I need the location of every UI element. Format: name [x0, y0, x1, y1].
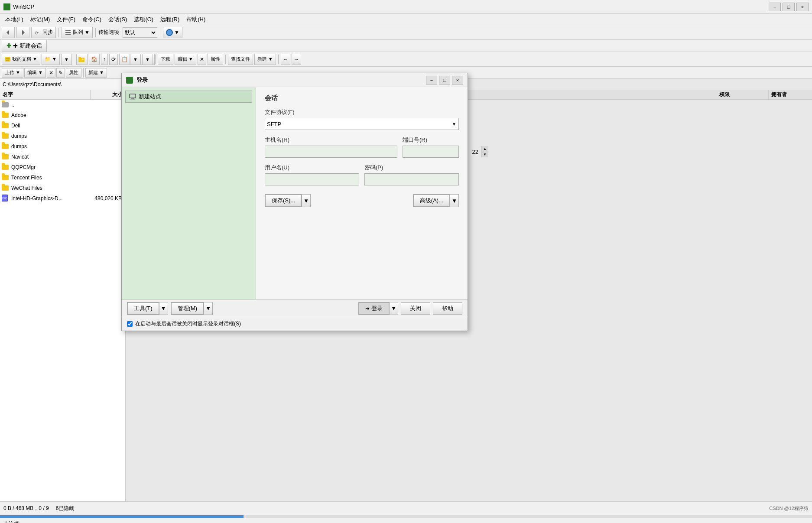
- protocol-select-wrapper: SFTP FTP SCP WebDAV ▼: [265, 118, 459, 130]
- advanced-dropdown-btn[interactable]: ▼: [450, 195, 458, 207]
- new-site-label: 新建站点: [139, 93, 161, 101]
- port-field: 端口号(R) ▲ ▼: [403, 136, 459, 158]
- save-advanced-row: 保存(S)... ▼ 高级(A)... ▼: [265, 194, 459, 207]
- login-dialog: 登录 − □ × 新建站点: [121, 73, 468, 331]
- help-dialog-button[interactable]: 帮助: [433, 302, 462, 315]
- dialog-restore-btn[interactable]: □: [439, 76, 450, 84]
- hostname-input[interactable]: [265, 146, 397, 158]
- username-label: 用户名(U): [265, 164, 359, 172]
- svg-rect-14: [130, 99, 135, 100]
- manage-dropdown-btn[interactable]: ▼: [204, 302, 212, 315]
- new-site-item[interactable]: 新建站点: [125, 91, 252, 103]
- login-dropdown-btn[interactable]: ▼: [389, 302, 398, 315]
- tools-btn-group: 工具(T) ▼: [127, 302, 168, 315]
- dialog-title-bar: 登录 − □ ×: [122, 73, 468, 87]
- port-spin-buttons: ▲ ▼: [481, 146, 488, 157]
- port-down-btn[interactable]: ▼: [481, 152, 488, 157]
- hostname-field: 主机名(H): [265, 136, 397, 158]
- hostname-label: 主机名(H): [265, 136, 397, 144]
- login-btn-group: ➜ 登录 ▼: [358, 302, 398, 315]
- dialog-body: 新建站点 会话 文件协议(F) SFTP FTP SCP WebDAV: [122, 87, 468, 299]
- password-input[interactable]: [364, 173, 459, 185]
- dialog-window-controls: − □ ×: [426, 76, 463, 84]
- dialog-close-btn[interactable]: ×: [452, 76, 463, 84]
- monitor-icon: [129, 93, 136, 100]
- session-section-label: 会话: [265, 94, 459, 102]
- dialog-tools-row: 工具(T) ▼ 管理(M) ▼ ➜ 登录 ▼ 关闭 帮助: [122, 299, 468, 317]
- dialog-app-icon: [126, 77, 133, 84]
- protocol-select[interactable]: SFTP FTP SCP WebDAV: [265, 118, 459, 130]
- port-input[interactable]: [403, 148, 481, 156]
- port-up-btn[interactable]: ▲: [481, 146, 488, 152]
- tools-button[interactable]: 工具(T): [127, 302, 159, 315]
- password-label: 密码(P): [364, 164, 459, 172]
- username-field: 用户名(U): [265, 164, 359, 185]
- password-field: 密码(P): [364, 164, 459, 185]
- spacer: [314, 194, 409, 207]
- close-dialog-button[interactable]: 关闭: [401, 302, 430, 315]
- user-pass-row: 用户名(U) 密码(P): [265, 164, 459, 185]
- manage-button[interactable]: 管理(M): [171, 302, 204, 315]
- port-field-inner: ▲ ▼: [403, 146, 459, 158]
- protocol-label: 文件协议(F): [265, 108, 459, 116]
- port-label: 端口号(R): [403, 136, 459, 144]
- save-dropdown-btn[interactable]: ▼: [302, 195, 310, 207]
- save-btn-group: 保存(S)... ▼: [265, 194, 311, 207]
- advanced-btn-group: 高级(A)... ▼: [413, 194, 459, 207]
- dialog-minimize-btn[interactable]: −: [426, 76, 437, 84]
- show-login-label: 在启动与最后会话被关闭时显示登录对话框(S): [135, 320, 241, 328]
- protocol-field-group: 文件协议(F) SFTP FTP SCP WebDAV ▼: [265, 108, 459, 130]
- username-input[interactable]: [265, 173, 359, 185]
- dialog-checkbox-row: 在启动与最后会话被关闭时显示登录对话框(S): [122, 317, 468, 331]
- login-icon: ➜: [365, 305, 370, 312]
- advanced-button[interactable]: 高级(A)...: [413, 195, 450, 207]
- svg-rect-12: [130, 94, 136, 98]
- session-settings-panel: 会话 文件协议(F) SFTP FTP SCP WebDAV ▼: [256, 87, 468, 299]
- tools-dropdown-btn[interactable]: ▼: [159, 302, 168, 315]
- login-button[interactable]: ➜ 登录: [359, 302, 389, 315]
- manage-btn-group: 管理(M) ▼: [171, 302, 213, 315]
- dialog-title: 登录: [136, 76, 426, 84]
- svg-rect-13: [131, 98, 134, 99]
- dialog-overlay: 登录 − □ × 新建站点: [0, 0, 812, 523]
- save-button[interactable]: 保存(S)...: [265, 195, 302, 207]
- show-login-checkbox[interactable]: [127, 321, 133, 327]
- host-port-row: 主机名(H) 端口号(R) ▲ ▼: [265, 136, 459, 158]
- session-list-panel: 新建站点: [122, 87, 256, 299]
